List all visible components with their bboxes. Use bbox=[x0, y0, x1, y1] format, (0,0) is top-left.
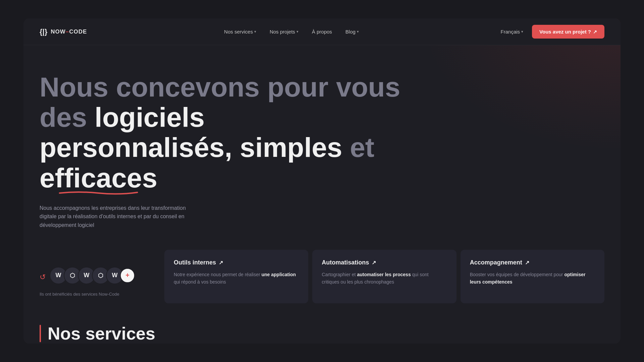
nav-item-projects[interactable]: Nos projets ▾ bbox=[264, 26, 304, 37]
section-header: Nos services bbox=[40, 323, 604, 344]
service-card-title-3: Accompagnement ↗ bbox=[470, 259, 595, 266]
service-card-accomp[interactable]: Accompagnement ↗ Booster vos équipes de … bbox=[461, 250, 604, 303]
cta-button[interactable]: Vous avez un projet ? ↗ bbox=[532, 25, 604, 39]
service-card-title-1: Outils internes ↗ bbox=[174, 259, 299, 266]
chevron-down-icon: ▾ bbox=[357, 29, 359, 34]
chevron-down-icon: ▾ bbox=[254, 29, 256, 34]
arrow-icon: ↗ bbox=[372, 259, 376, 266]
nav-right: Français ▾ Vous avez un projet ? ↗ bbox=[496, 25, 604, 39]
arrow-icon: ↗ bbox=[219, 259, 223, 266]
logo-circles: W ⬡ W ⬡ W + bbox=[50, 267, 135, 284]
arrow-icon: ↗ bbox=[593, 29, 597, 35]
service-card-text-1: Notre expérience nous permet de réaliser… bbox=[174, 271, 299, 286]
language-selector[interactable]: Français ▾ bbox=[496, 26, 528, 37]
logo[interactable]: {|} NOW–CODE bbox=[40, 27, 87, 36]
service-card-text-3: Booster vos équipes de développement pou… bbox=[470, 271, 595, 286]
hero-title: Nous concevons pour vous des logiciels p… bbox=[40, 72, 409, 193]
nav-item-services[interactable]: Nos services ▾ bbox=[219, 26, 262, 37]
cards-row: ↺ W ⬡ W ⬡ W + Ils ont bénéficiés des ser… bbox=[23, 250, 621, 303]
nav-links: Nos services ▾ Nos projets ▾ À propos Bl… bbox=[219, 26, 364, 37]
nos-services-section: Nos services Lorem ipsum dolor sit amet,… bbox=[23, 303, 621, 344]
logo-icon: {|} bbox=[40, 27, 47, 36]
client-logo-plus: + bbox=[120, 268, 135, 283]
service-card-title-2: Automatisations ↗ bbox=[322, 259, 447, 266]
logo-text: NOW–CODE bbox=[51, 28, 87, 35]
service-card-auto[interactable]: Automatisations ↗ Cartographier et autom… bbox=[312, 250, 456, 303]
section-title: Nos services bbox=[48, 323, 155, 344]
arrow-icon: ↺ bbox=[40, 273, 46, 282]
chevron-down-icon: ▾ bbox=[297, 29, 299, 34]
service-card-text-2: Cartographier et automatiser les process… bbox=[322, 271, 447, 286]
nav-item-apropos[interactable]: À propos bbox=[307, 26, 337, 37]
section-line-accent bbox=[40, 325, 41, 342]
chevron-down-icon: ▾ bbox=[521, 29, 523, 34]
hero-section: Nous concevons pour vous des logiciels p… bbox=[23, 45, 621, 230]
navbar: {|} NOW–CODE Nos services ▾ Nos projets … bbox=[23, 18, 621, 45]
hero-subtitle: Nous accompagnons les entreprises dans l… bbox=[40, 204, 194, 230]
service-card-outils[interactable]: Outils internes ↗ Notre expérience nous … bbox=[164, 250, 308, 303]
nav-item-blog[interactable]: Blog ▾ bbox=[340, 26, 364, 37]
client-caption: Ils ont bénéficiés des services Now-Code bbox=[40, 292, 160, 297]
arrow-icon: ↗ bbox=[525, 259, 529, 266]
client-logos: ↺ W ⬡ W ⬡ W + Ils ont bénéficiés des ser… bbox=[40, 260, 160, 303]
